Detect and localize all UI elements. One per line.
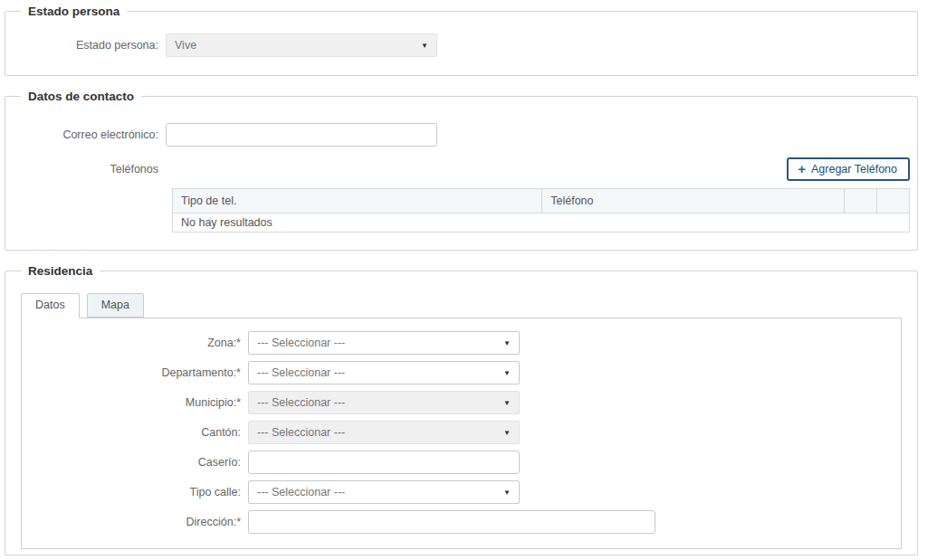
caserio-label: Caserío: — [22, 456, 248, 469]
chevron-down-icon: ▼ — [503, 429, 511, 437]
telefonos-table: Tipo de tel. Teléfono No hay resultados — [172, 188, 910, 233]
column-header-tipo-tel: Tipo de tel. — [173, 189, 542, 214]
chevron-down-icon: ▼ — [503, 489, 511, 497]
zona-label: Zona:* — [22, 337, 248, 349]
empty-results-message: No hay resultados — [173, 214, 910, 233]
estado-persona-legend: Estado persona — [21, 5, 127, 18]
residencia-datos-panel: Zona:* --- Seleccionar --- ▼ Departament… — [21, 318, 902, 549]
chevron-down-icon: ▼ — [503, 339, 511, 347]
chevron-down-icon: ▼ — [421, 42, 428, 50]
estado-persona-section: Estado persona Estado persona: Vive ▼ — [5, 5, 918, 76]
column-header-action-1 — [845, 189, 877, 214]
tipo-calle-row: Tipo calle: --- Seleccionar --- ▼ — [22, 480, 901, 504]
add-telefono-button[interactable]: + Agregar Teléfono — [787, 157, 910, 181]
email-row: Correo electrónico: — [12, 123, 911, 147]
plus-icon: + — [798, 162, 806, 176]
municipio-select[interactable]: --- Seleccionar --- ▼ — [248, 391, 520, 414]
telefonos-label: Teléfonos — [12, 163, 166, 176]
telefonos-row: Teléfonos + Agregar Teléfono — [12, 157, 911, 181]
tab-datos[interactable]: Datos — [21, 293, 80, 318]
datos-contacto-legend: Datos de contacto — [21, 90, 141, 103]
table-empty-row: No hay resultados — [173, 214, 910, 233]
departamento-row: Departamento:* --- Seleccionar --- ▼ — [22, 361, 901, 384]
column-header-action-2 — [877, 189, 910, 214]
canton-row: Cantón: --- Seleccionar --- ▼ — [22, 421, 901, 444]
email-label: Correo electrónico: — [12, 128, 166, 141]
direccion-row: Dirección:* — [22, 510, 901, 534]
estado-persona-row: Estado persona: Vive ▼ — [12, 33, 911, 57]
column-header-telefono: Teléfono — [542, 189, 845, 214]
residencia-section: Residencia Datos Mapa Zona:* --- Selecci… — [5, 264, 918, 555]
tipo-calle-select[interactable]: --- Seleccionar --- ▼ — [248, 480, 520, 504]
municipio-label: Municipio:* — [22, 396, 248, 409]
canton-select[interactable]: --- Seleccionar --- ▼ — [248, 421, 520, 444]
direccion-label: Dirección:* — [22, 516, 248, 528]
departamento-select[interactable]: --- Seleccionar --- ▼ — [248, 361, 520, 384]
estado-persona-label: Estado persona: — [12, 39, 166, 52]
chevron-down-icon: ▼ — [503, 369, 511, 377]
caserio-input[interactable] — [248, 451, 520, 474]
canton-label: Cantón: — [22, 426, 248, 439]
estado-persona-select-value: Vive — [175, 39, 421, 52]
zona-select[interactable]: --- Seleccionar --- ▼ — [248, 331, 520, 355]
email-input[interactable] — [166, 123, 437, 147]
tipo-calle-label: Tipo calle: — [22, 486, 248, 498]
estado-persona-select[interactable]: Vive ▼ — [166, 33, 437, 57]
add-telefono-button-label: Agregar Teléfono — [811, 163, 897, 176]
residencia-legend: Residencia — [21, 264, 100, 278]
telefonos-table-header-row: Tipo de tel. Teléfono — [173, 189, 910, 214]
residencia-tabs: Datos Mapa — [21, 293, 911, 318]
caserio-row: Caserío: — [22, 451, 901, 474]
direccion-input[interactable] — [248, 510, 655, 534]
datos-contacto-section: Datos de contacto Correo electrónico: Te… — [5, 90, 918, 251]
zona-row: Zona:* --- Seleccionar --- ▼ — [22, 331, 901, 355]
departamento-label: Departamento:* — [22, 366, 248, 379]
tab-mapa[interactable]: Mapa — [87, 293, 144, 318]
municipio-row: Municipio:* --- Seleccionar --- ▼ — [22, 391, 901, 414]
chevron-down-icon: ▼ — [503, 399, 511, 407]
